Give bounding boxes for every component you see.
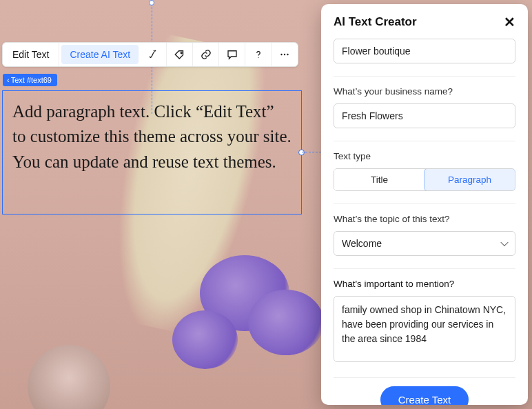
create-text-button[interactable]: Create Text [380,386,469,405]
text-type-paragraph-option[interactable]: Paragraph [424,168,515,191]
paragraph-text: Add paragraph text. Click “Edit Text” to… [12,102,291,171]
svg-point-4 [287,54,288,55]
resize-handle-right[interactable] [298,150,305,156]
panel-title: AI Text Creator [334,15,417,29]
bg-orchid [172,310,238,369]
element-tag-chip[interactable]: ‹ Text #text69 [3,74,57,86]
comment-icon[interactable] [219,43,245,66]
business-name-label: What’s your business name? [334,86,515,97]
more-icon[interactable] [272,43,298,66]
close-icon[interactable]: ✕ [504,15,515,29]
svg-point-1 [258,57,258,58]
text-type-label: Text type [334,151,515,161]
element-tag-label: Text #text69 [11,76,52,84]
bg-vase [28,345,110,409]
link-icon[interactable] [193,43,219,66]
editor-canvas[interactable]: Edit Text Create AI Text ‹ Text #text69 … [0,0,532,409]
mention-textarea[interactable] [334,296,515,362]
bg-orchid [248,290,324,355]
alignment-handle[interactable] [149,0,154,6]
business-name-input[interactable] [334,103,515,128]
alignment-guide-horizontal [302,152,321,152]
topic-label: What’s the topic of this text? [334,214,515,224]
svg-point-3 [284,54,285,55]
ai-text-creator-panel: AI Text Creator ✕ What’s your business n… [321,4,528,405]
svg-point-0 [181,52,182,54]
text-type-segmented: Title Paragraph [334,168,515,191]
selected-text-block[interactable]: Add paragraph text. Click “Edit Text” to… [2,90,302,215]
svg-point-2 [280,54,282,55]
edit-text-button[interactable]: Edit Text [3,43,59,66]
help-icon[interactable] [245,43,272,66]
animation-icon[interactable] [141,43,167,66]
chevron-left-icon: ‹ [7,76,10,84]
seo-tag-icon[interactable] [167,43,193,66]
text-type-title-option[interactable]: Title [334,169,424,190]
business-type-input[interactable] [334,39,515,63]
mention-label: What's important to mention? [334,279,515,289]
topic-select[interactable]: Welcome [334,231,515,256]
text-toolbar: Edit Text Create AI Text [2,42,298,67]
create-ai-text-button[interactable]: Create AI Text [61,45,139,64]
